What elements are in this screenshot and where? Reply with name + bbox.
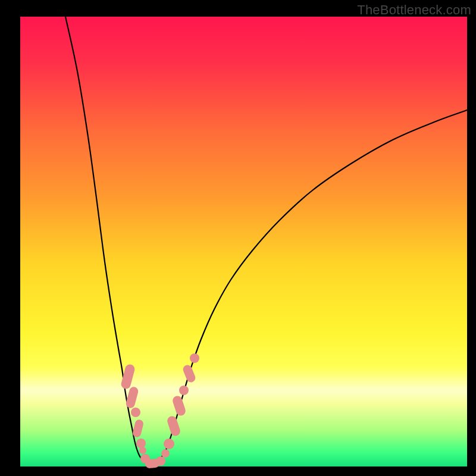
marker-dot bbox=[161, 449, 170, 458]
marker-dot bbox=[156, 456, 165, 466]
marker-dot bbox=[164, 439, 174, 449]
plot-background bbox=[20, 17, 467, 466]
marker-dot bbox=[136, 439, 146, 448]
watermark-text: TheBottleneck.com bbox=[357, 2, 471, 18]
marker-dot bbox=[139, 447, 146, 454]
marker-dot bbox=[190, 353, 199, 363]
chart-frame: { "watermark": "TheBottleneck.com", "cha… bbox=[0, 0, 476, 476]
bottleneck-chart bbox=[0, 0, 476, 476]
marker-dot bbox=[179, 386, 189, 395]
marker-dot bbox=[131, 408, 140, 417]
